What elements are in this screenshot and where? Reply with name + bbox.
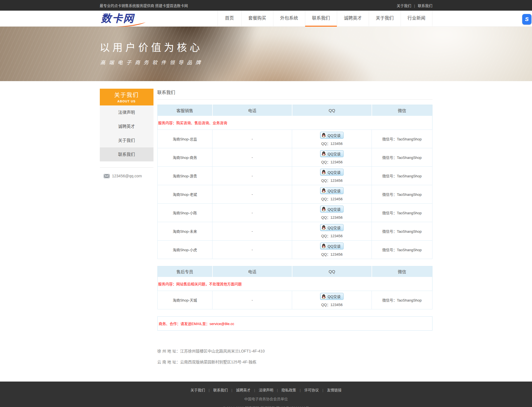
footer-link[interactable]: 隐私政策	[282, 388, 296, 392]
contact-name: 淘商Shop-总监	[157, 130, 212, 148]
qq-chat-button[interactable]: QQ交谈	[320, 206, 344, 213]
contact-wechat: 微信号：TaoShangShop	[372, 291, 432, 309]
table-header-cell: 微信	[372, 105, 432, 116]
topbar-link[interactable]: 关于我们	[397, 4, 411, 8]
contact-phone: -	[212, 185, 292, 203]
qq-chat-button[interactable]: QQ交谈	[320, 187, 344, 194]
qq-chat-button-label: QQ交谈	[328, 170, 341, 175]
sidebar-item-联系我们[interactable]: 联系我们	[100, 147, 153, 161]
contact-phone: -	[212, 148, 292, 166]
separator: |	[322, 388, 323, 392]
hero-subtitle: 高端电子商务软件领导品牌	[100, 58, 432, 66]
nav-item-外包系统[interactable]: 外包系统	[273, 11, 305, 27]
nav-item-诚聘英才[interactable]: 诚聘英才	[337, 11, 369, 27]
table-header-cell: QQ	[292, 105, 372, 116]
service-notice: 服务内容：网站售后相关问题，不处理其他方面问题	[157, 277, 432, 291]
logo[interactable]: 数卡网	[100, 11, 153, 27]
sidebar-item-法律声明[interactable]: 法律声明	[100, 105, 153, 119]
contact-phone: -	[212, 240, 292, 259]
footer-link[interactable]: 诚聘英才	[236, 388, 250, 392]
qq-chat-button-label: QQ交谈	[328, 206, 341, 212]
contact-tables: 客服销售电话QQ微信 服务内容：购买咨询、售后咨询、业务咨询 淘商Shop-总监…	[157, 105, 432, 309]
contact-qq-cell: QQ交谈 QQ：123456	[292, 291, 372, 309]
qq-chat-button[interactable]: QQ交谈	[320, 243, 344, 250]
contact-name: 淘商Shop-小虎	[157, 240, 212, 259]
separator: |	[231, 388, 232, 392]
qq-chat-button-label: QQ交谈	[328, 151, 341, 156]
qq-chat-button[interactable]: QQ交谈	[320, 132, 344, 139]
logo-text: 数卡网	[101, 13, 134, 24]
contact-wechat: 微信号：TaoShangShop	[372, 166, 432, 185]
contact-wechat: 微信号：TaoShangShop	[372, 185, 432, 203]
hero-title: 以用户价值为核心	[100, 39, 432, 54]
topbar-links: 关于我们|联系我们	[397, 3, 432, 8]
table-row: 淘商Shop-商务 -	[157, 148, 432, 166]
content-area: 关于我们 ABOUT US 法律声明诚聘英才关于我们联系我们 123456@qq…	[100, 89, 432, 382]
nav-item-关于我们[interactable]: 关于我们	[369, 11, 401, 27]
contact-phone: -	[212, 222, 292, 240]
separator: |	[254, 388, 255, 392]
qq-number: QQ：123456	[292, 178, 371, 183]
table-header-cell: 微信	[372, 266, 432, 277]
sidebar-item-关于我们[interactable]: 关于我们	[100, 133, 153, 147]
separator: |	[209, 388, 209, 392]
qq-chat-button-label: QQ交谈	[328, 225, 341, 230]
table-row: 淘商Shop-老斌 -	[157, 185, 432, 203]
s-badge-icon: S	[525, 16, 529, 22]
footer-link[interactable]: 友情链接	[327, 388, 342, 392]
qq-penguin-icon	[321, 133, 326, 138]
table-row: 淘商Shop-未来 -	[157, 222, 432, 240]
sidebar-menu: 法律声明诚聘英才关于我们联系我们	[100, 105, 153, 161]
address-line: 云 南 地 址：云南西双版纳菜园新村别墅区125号-4F-独栋	[157, 359, 432, 364]
table-header-row: 售后专员电话QQ微信	[157, 266, 432, 277]
business-email-notice: 商务、合作：请发送EMAIL至：service@8le.cc	[157, 316, 432, 331]
contact-name: 淘商Shop-游贵	[157, 166, 212, 185]
qq-penguin-icon	[321, 206, 326, 211]
qq-chat-button-label: QQ交谈	[328, 243, 341, 249]
qq-chat-button[interactable]: QQ交谈	[320, 293, 344, 300]
qq-chat-button[interactable]: QQ交谈	[320, 224, 344, 231]
table-header-cell: 售后专员	[157, 266, 212, 277]
table-header-row: 客服销售电话QQ微信	[157, 105, 432, 116]
sidebar-subtitle: ABOUT US	[100, 100, 153, 103]
main-panel: 联系我们 客服销售电话QQ微信 服务内容：购买咨询、售后咨询、业务咨询 淘商Sh…	[157, 89, 432, 370]
footer-link[interactable]: 联系我们	[213, 388, 228, 392]
table-row: 淘商Shop-小虎 -	[157, 240, 432, 259]
nav-item-套餐购买[interactable]: 套餐购买	[241, 11, 273, 27]
qq-chat-button[interactable]: QQ交谈	[320, 169, 344, 176]
nav-item-首页[interactable]: 首页	[217, 11, 241, 27]
hero-banner: 以用户价值为核心 高端电子商务软件领导品牌	[0, 27, 532, 81]
contact-name: 淘商Shop-小陈	[157, 203, 212, 222]
footer-link[interactable]: 关于我们	[190, 388, 205, 392]
qq-penguin-icon	[321, 188, 326, 193]
contact-phone: -	[212, 203, 292, 222]
topbar-link[interactable]: 联系我们	[418, 4, 432, 8]
sidebar: 关于我们 ABOUT US 法律声明诚聘英才关于我们联系我们 123456@qq…	[100, 89, 153, 178]
table-notice-row: 服务内容：网站售后相关问题，不处理其他方面问题	[157, 277, 432, 291]
address-list: 徐 州 地 址：江苏徐州鼓楼区中山北路风尚米兰LOFT1-4F-410云 南 地…	[157, 348, 432, 364]
contact-name: 淘商Shop-天城	[157, 291, 212, 309]
qq-number: QQ：123456	[292, 215, 371, 220]
sidebar-email: 123456@qq.com	[100, 168, 153, 178]
footer-links: 关于我们|联系我们|诚聘英才|法律声明|隐私政策|许可协议|友情链接	[0, 387, 532, 392]
contact-phone: -	[212, 166, 292, 185]
separator: |	[414, 4, 415, 8]
footer-link[interactable]: 许可协议	[304, 388, 319, 392]
contact-wechat: 微信号：TaoShangShop	[372, 240, 432, 259]
sidebar-item-诚聘英才[interactable]: 诚聘英才	[100, 119, 153, 133]
qq-chat-button-label: QQ交谈	[328, 133, 341, 138]
contact-qq-cell: QQ交谈 QQ：123456	[292, 148, 372, 166]
contact-name: 淘商Shop-商务	[157, 148, 212, 166]
nav-item-联系我们[interactable]: 联系我们	[305, 11, 337, 27]
table-header-cell: 电话	[212, 266, 292, 277]
qq-penguin-icon	[321, 170, 326, 175]
footer-link[interactable]: 法律声明	[259, 388, 273, 392]
floating-s-badge-button[interactable]: S	[522, 14, 531, 25]
qq-penguin-icon	[321, 225, 326, 230]
qq-number: QQ：123456	[292, 251, 371, 257]
footer-membership: 中国电子商务协会会员单位	[0, 396, 532, 401]
nav-item-行业新闻[interactable]: 行业新闻	[401, 11, 432, 27]
qq-chat-button[interactable]: QQ交谈	[320, 150, 344, 157]
site-header: 数卡网 首页套餐购买外包系统联系我们诚聘英才关于我们行业新闻	[0, 11, 532, 27]
site-footer: 关于我们|联系我们|诚聘英才|法律声明|隐私政策|许可协议|友情链接 中国电子商…	[0, 382, 532, 407]
